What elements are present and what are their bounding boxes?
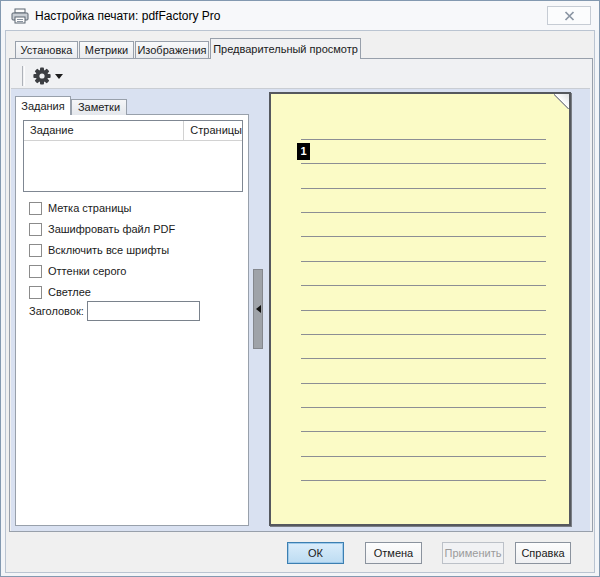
ruled-line [301, 188, 546, 189]
title-field-label: Заголовок: [29, 305, 84, 317]
page-number-badge: 1 [297, 143, 310, 160]
ruled-line [301, 236, 546, 237]
checkbox-box[interactable] [29, 244, 42, 257]
toolbar [11, 63, 590, 89]
checkbox-label: Зашифровать файл PDF [48, 223, 175, 235]
cancel-button[interactable]: Отмена [365, 542, 422, 564]
ruled-line [301, 431, 546, 432]
gear-icon [32, 66, 52, 86]
ruled-line [301, 334, 546, 335]
help-button[interactable]: Справка [515, 542, 571, 564]
ok-button[interactable]: ОК [287, 542, 344, 564]
checkbox-box[interactable] [29, 265, 42, 278]
tab-preview[interactable]: Предварительный просмотр [210, 38, 361, 59]
ruled-line [301, 139, 546, 140]
checkbox-box[interactable] [29, 202, 42, 215]
checkbox-box[interactable] [29, 223, 42, 236]
checkbox-page-label[interactable]: Метка страницы [29, 200, 132, 216]
tab-images[interactable]: Изображения [135, 41, 209, 59]
subtab-notes[interactable]: Заметки [71, 99, 127, 115]
title-field-input[interactable] [87, 301, 200, 321]
panel-splitter[interactable] [253, 269, 263, 349]
job-list-header: Задание Страницы [24, 121, 242, 141]
checkbox-lighter[interactable]: Светлее [29, 284, 91, 300]
close-icon [564, 11, 575, 21]
ruled-line [301, 358, 546, 359]
checkbox-label: Оттенки серого [48, 265, 126, 277]
ruled-line [301, 285, 546, 286]
column-header-pages[interactable]: Страницы [184, 121, 242, 141]
title-bar: Настройка печати: pdfFactory Pro [1, 1, 599, 30]
ruled-line [301, 456, 546, 457]
dropdown-arrow-icon [55, 74, 63, 79]
checkbox-label: Метка страницы [48, 202, 132, 214]
checkbox-embed-all-fonts[interactable]: Всключить все шрифты [29, 242, 169, 258]
checkbox-box[interactable] [29, 286, 42, 299]
preview-page[interactable]: 1 [269, 92, 571, 526]
job-list[interactable]: Задание Страницы [23, 120, 243, 192]
checkbox-label: Светлее [48, 286, 91, 298]
ruled-line [301, 383, 546, 384]
checkbox-label: Всключить все шрифты [48, 244, 169, 256]
ruled-line [301, 261, 546, 262]
print-settings-dialog: Настройка печати: pdfFactory Pro Установ… [0, 0, 600, 577]
ruled-line [301, 310, 546, 311]
apply-button[interactable]: Применить [442, 542, 504, 564]
tab-metrics[interactable]: Метрики [79, 41, 134, 59]
subtab-jobs[interactable]: Задания [15, 96, 71, 115]
close-button[interactable] [547, 6, 591, 25]
page-fold-icon [554, 94, 569, 109]
window-title: Настройка печати: pdfFactory Pro [35, 9, 220, 23]
ruled-line [301, 163, 546, 164]
ruled-line [301, 212, 546, 213]
column-header-job[interactable]: Задание [24, 121, 184, 141]
ruled-line [301, 407, 546, 408]
splitter-collapse-icon [256, 305, 261, 313]
ruled-line [301, 480, 546, 481]
checkbox-grayscale[interactable]: Оттенки серого [29, 263, 126, 279]
printer-icon [11, 8, 29, 24]
tab-setup[interactable]: Установка [15, 41, 78, 59]
jobs-panel: Задание Страницы Метка страницы Зашифров… [15, 114, 249, 526]
toolbar-grip[interactable] [22, 66, 25, 86]
settings-menu-button[interactable] [28, 64, 66, 88]
checkbox-encrypt-pdf[interactable]: Зашифровать файл PDF [29, 221, 175, 237]
